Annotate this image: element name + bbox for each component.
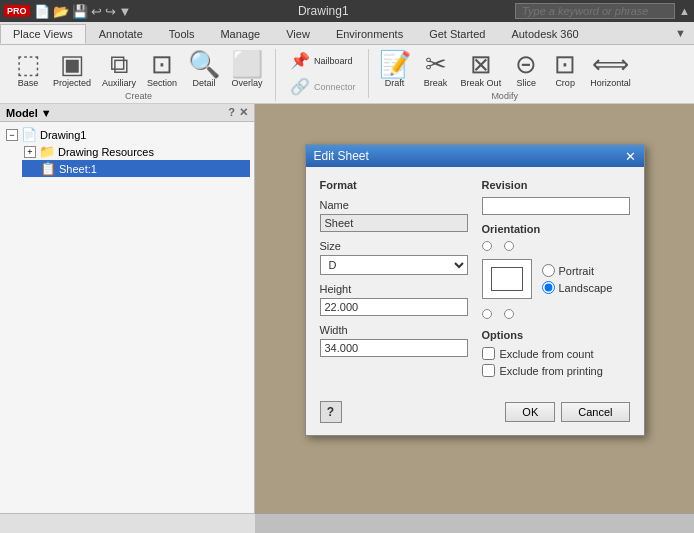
canvas-area: Edit Sheet ✕ Format Name Size D — [255, 104, 694, 533]
format-header: Format — [320, 179, 468, 191]
slice-button[interactable]: ⊝ Slice — [508, 49, 544, 90]
expand-icon[interactable]: ▲ — [679, 5, 690, 17]
modify-buttons: 📝 Draft ✂ Break ⊠ Break Out ⊝ Slice ⊡ — [375, 49, 635, 90]
tree-item-drawing1[interactable]: − 📄 Drawing1 — [4, 126, 250, 143]
name-input[interactable] — [320, 214, 468, 232]
auxiliary-button[interactable]: ⧉ Auxiliary — [98, 49, 140, 90]
size-select[interactable]: D A B C E — [320, 255, 468, 275]
sidebar-close-icon[interactable]: ✕ — [239, 106, 248, 119]
main-area: Model ▼ ? ✕ − 📄 Drawing1 + 📁 Drawing Res… — [0, 104, 694, 533]
dialog-col-right: Revision Orientation — [482, 179, 630, 381]
top-icons: 📄 📂 💾 ↩ ↪ ▼ — [34, 4, 132, 19]
section-button[interactable]: ⊡ Section — [143, 49, 181, 90]
tree-expand-resources[interactable]: + — [24, 146, 36, 158]
connector-button[interactable]: 🔗 Connector — [286, 75, 360, 98]
exclude-count-checkbox[interactable] — [482, 347, 495, 360]
dialog-body: Format Name Size D A B C E Hei — [306, 167, 644, 393]
break-out-button[interactable]: ⊠ Break Out — [457, 49, 506, 90]
sidebar-help-icon[interactable]: ? — [228, 106, 235, 119]
overlay-label: Overlay — [232, 78, 263, 88]
horizontal-label: Horizontal — [590, 78, 631, 88]
tab-annotate[interactable]: Annotate — [86, 24, 156, 44]
slice-icon: ⊝ — [515, 51, 537, 77]
undo-icon[interactable]: ↩ — [91, 4, 102, 19]
height-field-label: Height — [320, 283, 468, 295]
size-field-label: Size — [320, 240, 468, 252]
ribbon-options[interactable]: ▼ — [667, 24, 694, 44]
break-out-label: Break Out — [461, 78, 502, 88]
sidebar: Model ▼ ? ✕ − 📄 Drawing1 + 📁 Drawing Res… — [0, 104, 255, 533]
tab-environments[interactable]: Environments — [323, 24, 416, 44]
app-title: Drawing1 — [131, 4, 515, 18]
connector-label: Connector — [314, 82, 356, 92]
name-field-label: Name — [320, 199, 468, 211]
tab-tools[interactable]: Tools — [156, 24, 208, 44]
draft-label: Draft — [385, 78, 405, 88]
portrait-label: Portrait — [559, 265, 594, 277]
more-icon[interactable]: ▼ — [119, 4, 132, 19]
exclude-count-label: Exclude from count — [500, 348, 594, 360]
break-button[interactable]: ✂ Break — [418, 49, 454, 90]
tree-item-drawing-resources[interactable]: + 📁 Drawing Resources — [22, 143, 250, 160]
horizontal-button[interactable]: ⟺ Horizontal — [586, 49, 635, 90]
nailboard-button[interactable]: 📌 Nailboard — [286, 49, 360, 72]
width-input[interactable] — [320, 339, 468, 357]
drawing1-label: Drawing1 — [40, 129, 86, 141]
edit-sheet-dialog: Edit Sheet ✕ Format Name Size D — [305, 144, 645, 436]
ok-button[interactable]: OK — [505, 402, 555, 422]
dialog-help-button[interactable]: ? — [320, 401, 342, 423]
revision-input[interactable] — [482, 197, 630, 215]
dialog-close-button[interactable]: ✕ — [625, 150, 636, 163]
nailboard-label: Nailboard — [314, 56, 353, 66]
orientation-area: Portrait Landscape — [482, 255, 630, 303]
projected-button[interactable]: ▣ Projected — [49, 49, 95, 90]
options-section: Options Exclude from count Exclude from … — [482, 329, 630, 377]
ribbon: Place Views Annotate Tools Manage View E… — [0, 22, 694, 104]
height-input[interactable] — [320, 298, 468, 316]
ribbon-tabs: Place Views Annotate Tools Manage View E… — [0, 22, 694, 45]
dialog-action-buttons: OK Cancel — [505, 402, 629, 422]
tab-get-started[interactable]: Get Started — [416, 24, 498, 44]
overlay-button[interactable]: ⬜ Overlay — [227, 49, 267, 90]
ribbon-group-create: ⬚ Base ▣ Projected ⧉ Auxiliary ⊡ Section… — [6, 49, 276, 101]
pro-badge: PRO — [4, 5, 30, 17]
radio-dot-bottom-left[interactable] — [482, 309, 492, 319]
save-icon[interactable]: 💾 — [72, 4, 88, 19]
tree-item-sheet1[interactable]: 📋 Sheet:1 — [22, 160, 250, 177]
projected-icon: ▣ — [60, 51, 85, 77]
open-icon[interactable]: 📂 — [53, 4, 69, 19]
custom-radios-bottom — [482, 309, 630, 319]
ribbon-content: ⬚ Base ▣ Projected ⧉ Auxiliary ⊡ Section… — [0, 45, 694, 103]
top-bar-left: PRO 📄 📂 💾 ↩ ↪ ▼ — [4, 4, 131, 19]
draft-button[interactable]: 📝 Draft — [375, 49, 415, 90]
tab-autodesk-360[interactable]: Autodesk 360 — [498, 24, 591, 44]
landscape-radio-row: Landscape — [542, 281, 613, 294]
portrait-radio[interactable] — [542, 264, 555, 277]
search-input[interactable] — [515, 3, 675, 19]
orientation-preview-inner — [491, 267, 523, 291]
radio-dot-top-right[interactable] — [504, 241, 514, 251]
radio-dot-bottom-right[interactable] — [504, 309, 514, 319]
tree-expand-drawing1[interactable]: − — [6, 129, 18, 141]
cancel-button[interactable]: Cancel — [561, 402, 629, 422]
detail-button[interactable]: 🔍 Detail — [184, 49, 224, 90]
projected-label: Projected — [53, 78, 91, 88]
crop-button[interactable]: ⊡ Crop — [547, 49, 583, 90]
radio-dot-top-left[interactable] — [482, 241, 492, 251]
exclude-printing-checkbox[interactable] — [482, 364, 495, 377]
base-label: Base — [18, 78, 39, 88]
exclude-printing-row: Exclude from printing — [482, 364, 630, 377]
dialog-col-left: Format Name Size D A B C E Hei — [320, 179, 468, 381]
new-icon[interactable]: 📄 — [34, 4, 50, 19]
width-field-label: Width — [320, 324, 468, 336]
crop-icon: ⊡ — [554, 51, 576, 77]
landscape-radio[interactable] — [542, 281, 555, 294]
model-dropdown[interactable]: Model ▼ — [6, 107, 52, 119]
base-button[interactable]: ⬚ Base — [10, 49, 46, 90]
detail-icon: 🔍 — [188, 51, 220, 77]
redo-icon[interactable]: ↪ — [105, 4, 116, 19]
tab-manage[interactable]: Manage — [207, 24, 273, 44]
tab-place-views[interactable]: Place Views — [0, 24, 86, 44]
sidebar-header: Model ▼ ? ✕ — [0, 104, 254, 122]
tab-view[interactable]: View — [273, 24, 323, 44]
